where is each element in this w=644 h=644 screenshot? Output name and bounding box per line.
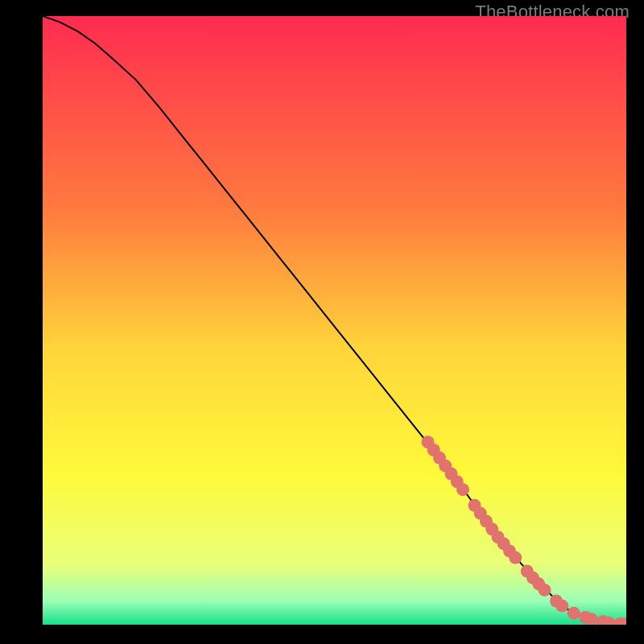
chart-frame: TheBottleneck.com [0,0,644,644]
data-marker [555,600,568,613]
data-marker [456,483,469,496]
data-marker [539,584,551,597]
gradient-background [43,16,626,625]
data-marker [568,607,580,620]
plot-area [43,16,626,625]
data-marker [509,551,522,564]
chart-svg [43,16,626,625]
